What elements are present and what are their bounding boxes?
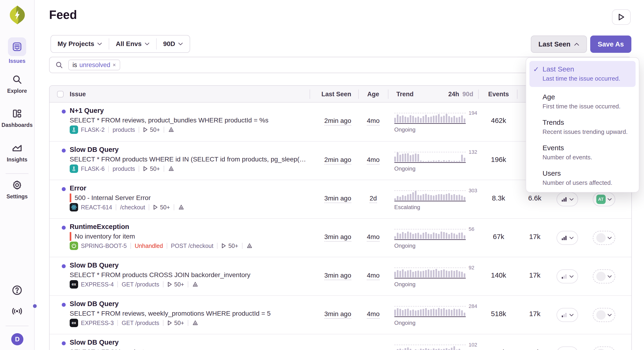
sort-option-last-seen[interactable]: ✓Last SeenLast time the issue occurred.	[530, 61, 636, 87]
chevron-down-icon	[569, 314, 574, 317]
issue-badges: ex EXPRESS-4 GET /products 50+	[70, 280, 198, 289]
last-seen-value: 3min ago	[284, 195, 351, 202]
trend-sparkline: 284 Ongoing	[394, 306, 474, 333]
chevron-down-icon	[607, 198, 612, 201]
issue-subtitle: 500 - Internal Server Error	[70, 193, 150, 203]
issue-title[interactable]: N+1 Query	[70, 107, 104, 114]
alert-icon[interactable]	[168, 165, 174, 172]
issue-title[interactable]: Slow DB Query	[70, 300, 119, 308]
issue-row[interactable]: Slow DB Query SELECT * FROM products 3m	[50, 334, 631, 350]
select-all-checkbox[interactable]	[57, 91, 64, 97]
user-avatar[interactable]: D	[11, 333, 24, 345]
issue-row[interactable]: RuntimeException No inventory for item S…	[50, 218, 631, 257]
alert-icon[interactable]	[192, 281, 198, 288]
sort-option-events[interactable]: EventsNumber of events.	[530, 138, 636, 163]
replay-count[interactable]: 50+	[167, 320, 184, 327]
replay-count[interactable]: 50+	[143, 165, 160, 172]
assignee-selector[interactable]	[593, 308, 615, 322]
replay-play-button[interactable]	[612, 9, 631, 25]
replay-icon	[167, 320, 172, 326]
unresolved-dot	[62, 303, 66, 307]
priority-selector[interactable]	[556, 231, 578, 245]
issue-row[interactable]: Slow DB Query SELECT * FROM products CRO…	[50, 257, 631, 295]
assignee-avatar	[596, 233, 606, 243]
sidebar-item-dashboards[interactable]: Dashboards	[0, 107, 34, 128]
alert-icon[interactable]	[178, 204, 184, 211]
sort-option-description: Last time the issue occurred.	[542, 75, 620, 82]
priority-selector[interactable]	[556, 308, 578, 322]
environment-filter[interactable]: All Envs	[109, 35, 156, 52]
alert-icon[interactable]	[192, 320, 198, 326]
error-level-bar	[70, 232, 71, 241]
chevron-down-icon	[569, 236, 574, 240]
alert-icon[interactable]	[168, 126, 174, 133]
assignee-selector[interactable]: AT	[593, 192, 615, 206]
assignee-selector[interactable]	[593, 269, 615, 283]
alert-icon[interactable]	[246, 243, 253, 249]
issue-row[interactable]: Slow DB Query SELECT * FROM reviews, wee…	[50, 295, 631, 334]
issue-title[interactable]: Slow DB Query	[70, 146, 119, 153]
trend-baseline	[394, 316, 466, 317]
issue-short-id: EXPRESS-3	[81, 320, 114, 327]
badge-separator	[118, 320, 118, 326]
chip-remove-icon[interactable]: ×	[113, 62, 116, 68]
search-filter-chip[interactable]: is unresolved ×	[68, 59, 120, 70]
priority-selector[interactable]	[556, 269, 578, 283]
date-range-filter[interactable]: 90D	[157, 35, 190, 52]
replay-count[interactable]: 50+	[153, 204, 170, 211]
sort-option-users[interactable]: UsersNumber of users affected.	[530, 163, 636, 189]
issue-title[interactable]: Slow DB Query	[70, 262, 119, 269]
project-filter[interactable]: My Projects	[51, 35, 109, 52]
trend-toggle-90d[interactable]: 90d	[462, 91, 473, 98]
issue-title[interactable]: Error	[70, 184, 86, 192]
assignee-selector[interactable]	[593, 231, 615, 245]
issue-title[interactable]: RuntimeException	[70, 223, 129, 231]
header-divider	[388, 89, 388, 99]
filter-bar: My Projects All Envs 90D	[50, 35, 190, 53]
sentry-logo[interactable]	[9, 5, 26, 25]
trend-toggle-24h[interactable]: 24h	[448, 91, 459, 98]
sidebar-item-explore[interactable]: Explore	[0, 73, 34, 94]
column-events[interactable]: Events	[480, 86, 517, 103]
replay-count[interactable]: 50+	[167, 281, 184, 288]
replay-icon	[153, 204, 158, 210]
sidebar-item-issues[interactable]: Issues	[0, 37, 34, 64]
platform-icon	[70, 242, 78, 250]
issue-short-id: SPRING-BOOT-5	[81, 243, 127, 249]
age-value: 4mo	[358, 349, 388, 350]
whats-new-button[interactable]	[0, 306, 34, 317]
priority-selector[interactable]	[556, 192, 578, 206]
priority-bars-icon	[561, 235, 567, 241]
sort-option-age[interactable]: AgeFirst time the issue occurred.	[530, 87, 636, 112]
events-count: 8.3k	[480, 194, 517, 202]
replay-icon	[143, 127, 148, 132]
replay-count[interactable]: 50+	[221, 243, 238, 249]
sort-dropdown-button[interactable]: Last Seen	[531, 35, 587, 53]
last-seen-value: 3min ago	[284, 349, 351, 350]
trend-max-label: 92	[468, 265, 474, 271]
trend-bars	[394, 345, 466, 350]
priority-bars-icon	[561, 312, 567, 318]
save-as-button[interactable]: Save As	[590, 35, 631, 53]
priority-selector[interactable]	[556, 347, 578, 350]
assignee-selector[interactable]	[593, 347, 615, 350]
trend-bars	[394, 268, 466, 277]
sidebar-item-insights[interactable]: Insights	[0, 142, 34, 163]
dashboards-icon	[12, 108, 22, 119]
column-last-seen[interactable]: Last Seen	[284, 86, 351, 103]
unresolved-dot	[62, 110, 66, 114]
events-count: 518k	[480, 310, 517, 318]
sidebar-item-settings[interactable]: Settings	[0, 179, 34, 200]
sort-option-label: Trends	[542, 118, 632, 126]
trend-max-label: 102	[468, 342, 477, 348]
trend-baseline	[394, 201, 466, 201]
badge-separator	[139, 127, 139, 133]
issue-title[interactable]: Slow DB Query	[70, 339, 119, 346]
transaction-path: GET /products	[122, 320, 159, 327]
replay-count[interactable]: 50+	[143, 126, 160, 133]
help-button[interactable]	[0, 285, 34, 296]
trend-sparkline: 56 Ongoing	[394, 229, 474, 256]
sort-option-trends[interactable]: TrendsRecent issues trending upward.	[530, 112, 636, 138]
sidebar-label: Insights	[0, 157, 34, 163]
column-age[interactable]: Age	[358, 86, 388, 103]
